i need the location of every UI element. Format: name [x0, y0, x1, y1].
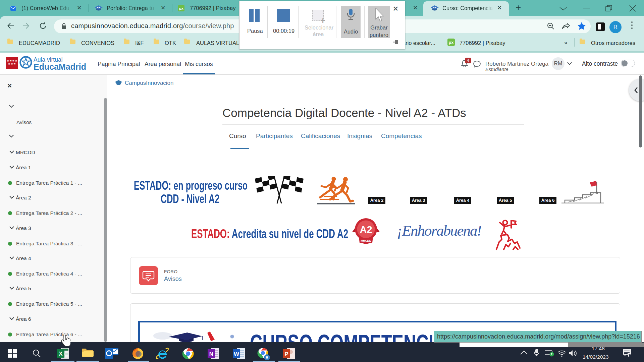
svg-text:MRCDD: MRCDD [361, 239, 371, 242]
svg-text:R: R [266, 355, 269, 360]
svg-text:px: px [448, 40, 454, 45]
svg-text:X: X [59, 351, 63, 357]
svg-text:W: W [234, 351, 239, 357]
svg-text:px: px [179, 6, 184, 10]
svg-text:P: P [284, 351, 288, 357]
svg-text:A2: A2 [360, 224, 372, 235]
svg-text:N: N [209, 351, 213, 357]
